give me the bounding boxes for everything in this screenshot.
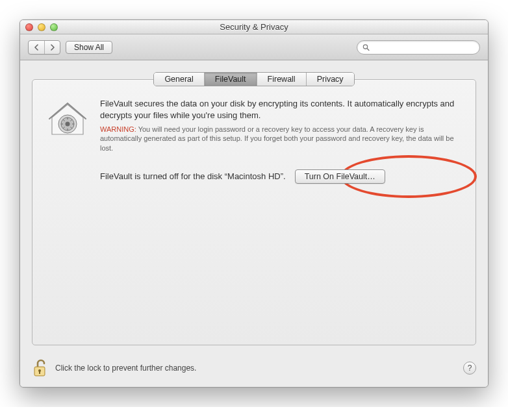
filevault-description: FileVault secures the data on your disk … <box>100 98 461 121</box>
titlebar: Security & Privacy <box>20 20 488 34</box>
minimize-icon[interactable] <box>38 23 45 31</box>
zoom-icon[interactable] <box>50 23 58 31</box>
search-field[interactable] <box>357 40 480 55</box>
tabstrip: General FileVault Firewall Privacy <box>153 72 354 86</box>
turn-on-filevault-button[interactable]: Turn On FileVault… <box>295 169 385 184</box>
status-row: FileVault is turned off for the disk “Ma… <box>100 169 461 184</box>
toolbar: Show All <box>20 34 488 60</box>
tab-privacy[interactable]: Privacy <box>307 73 354 86</box>
chevron-right-icon <box>49 44 56 51</box>
chevron-left-icon <box>33 44 40 51</box>
tab-pane-filevault: FileVault secures the data on your disk … <box>32 79 476 345</box>
filevault-icon <box>47 98 88 153</box>
window-title: Security & Privacy <box>20 22 488 32</box>
search-icon <box>362 43 370 51</box>
preferences-window: Security & Privacy Show All General F <box>19 19 489 388</box>
content-area: General FileVault Firewall Privacy <box>20 60 488 354</box>
tab-general[interactable]: General <box>154 73 204 86</box>
forward-button[interactable] <box>44 41 60 54</box>
help-button[interactable]: ? <box>463 362 476 375</box>
footer: Click the lock to prevent further change… <box>20 354 488 387</box>
filevault-warning: WARNING: You will need your login passwo… <box>100 125 461 153</box>
close-icon[interactable] <box>25 23 33 31</box>
nav-segmented <box>28 40 60 55</box>
tab-filevault[interactable]: FileVault <box>205 73 257 86</box>
tabs: General FileVault Firewall Privacy <box>32 72 476 86</box>
svg-point-12 <box>66 122 70 127</box>
svg-line-1 <box>367 48 369 50</box>
window-controls <box>25 23 58 31</box>
tab-firewall[interactable]: Firewall <box>257 73 307 86</box>
lock-open-icon <box>32 358 49 378</box>
show-all-button[interactable]: Show All <box>66 41 112 54</box>
warning-label: WARNING: <box>100 125 136 133</box>
warning-text: You will need your login password or a r… <box>100 125 454 152</box>
filevault-status: FileVault is turned off for the disk “Ma… <box>100 171 286 181</box>
svg-rect-16 <box>39 371 40 374</box>
question-icon: ? <box>468 364 472 373</box>
filevault-text: FileVault secures the data on your disk … <box>100 98 461 153</box>
search-input[interactable] <box>374 42 474 53</box>
lock-text: Click the lock to prevent further change… <box>55 364 196 373</box>
lock-button[interactable] <box>32 358 49 378</box>
back-button[interactable] <box>29 41 44 54</box>
